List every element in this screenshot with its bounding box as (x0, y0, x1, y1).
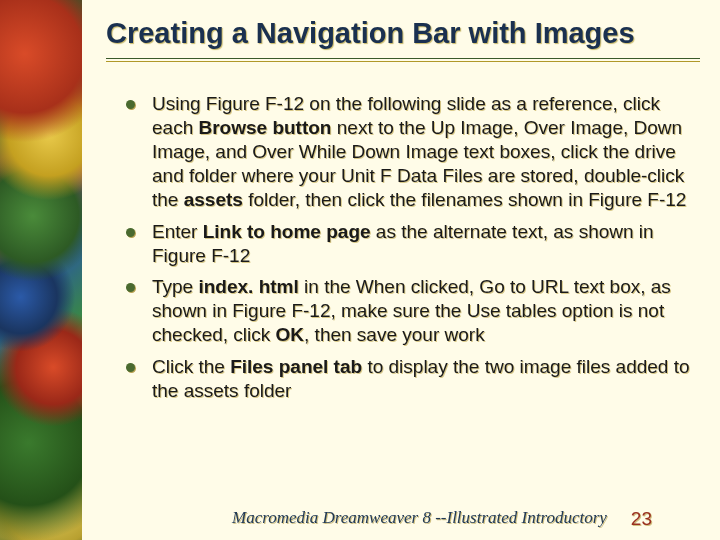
slide-title: Creating a Navigation Bar with Images (106, 18, 700, 50)
bullet-list: Using Figure F-12 on the following slide… (106, 92, 700, 403)
slide-footer: Macromedia Dreamweaver 8 --Illustrated I… (82, 508, 720, 528)
bullet-item: Enter Link to home page as the alternate… (122, 220, 700, 268)
bullet-item: Type index. html in the When clicked, Go… (122, 275, 700, 347)
bullet-item: Using Figure F-12 on the following slide… (122, 92, 700, 212)
page-number: 23 (631, 508, 652, 530)
decorative-art-strip (0, 0, 82, 540)
title-divider (106, 58, 700, 62)
footer-text: Macromedia Dreamweaver 8 --Illustrated I… (232, 508, 607, 528)
slide-content: Creating a Navigation Bar with Images Us… (82, 0, 720, 540)
bullet-item: Click the Files panel tab to display the… (122, 355, 700, 403)
